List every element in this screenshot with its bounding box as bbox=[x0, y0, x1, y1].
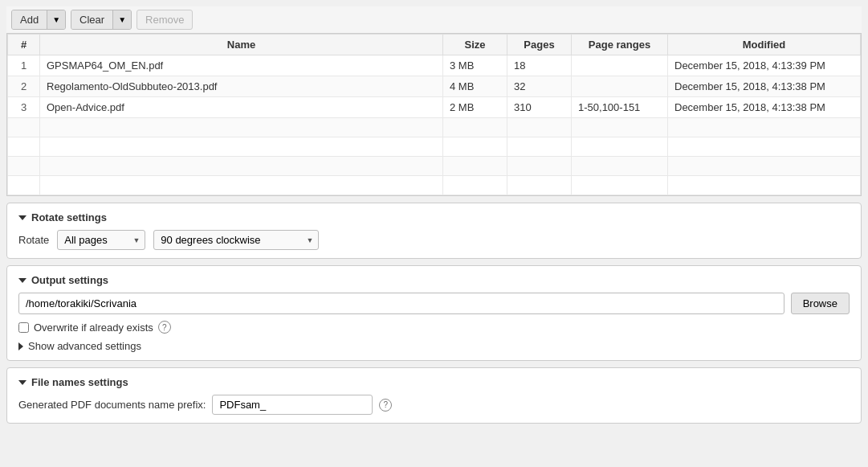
col-header-page-ranges: Page ranges bbox=[572, 35, 668, 55]
clear-button[interactable]: Clear bbox=[71, 10, 112, 29]
table-row-empty bbox=[8, 157, 861, 176]
pages-select[interactable]: All pages Even pages Odd pages bbox=[57, 230, 145, 250]
overwrite-info-icon: ? bbox=[158, 321, 171, 334]
cell-page-ranges bbox=[572, 76, 668, 97]
col-header-modified: Modified bbox=[668, 35, 861, 55]
cell-name: GPSMAP64_OM_EN.pdf bbox=[40, 55, 443, 76]
file-names-settings-header[interactable]: File names settings bbox=[18, 376, 850, 388]
rotate-controls-row: Rotate All pages Even pages Odd pages 90… bbox=[18, 230, 850, 250]
table-row[interactable]: 3 Open-Advice.pdf 2 MB 310 1-50,100-151 … bbox=[8, 97, 861, 118]
col-header-name: Name bbox=[40, 35, 443, 55]
cell-num: 1 bbox=[8, 55, 40, 76]
table-header-row: # Name Size Pages Page ranges Modified bbox=[8, 35, 861, 55]
file-table-container: # Name Size Pages Page ranges Modified 1… bbox=[6, 34, 862, 196]
output-settings-panel: Output settings Browse Overwrite if alre… bbox=[6, 265, 862, 361]
toolbar: Add ▼ Clear ▼ Remove bbox=[6, 6, 862, 34]
clear-button-group[interactable]: Clear ▼ bbox=[71, 10, 132, 30]
overwrite-row: Overwrite if already exists ? bbox=[18, 321, 850, 334]
prefix-input[interactable] bbox=[212, 395, 373, 415]
col-header-size: Size bbox=[443, 35, 507, 55]
table-row-empty bbox=[8, 137, 861, 157]
direction-select-wrapper[interactable]: 90 degrees clockwise 90 degrees counter-… bbox=[153, 230, 319, 250]
output-collapse-icon bbox=[18, 278, 26, 283]
file-names-collapse-icon bbox=[18, 380, 26, 385]
direction-select[interactable]: 90 degrees clockwise 90 degrees counter-… bbox=[153, 230, 319, 250]
advanced-expand-icon bbox=[18, 342, 23, 350]
rotate-label: Rotate bbox=[18, 234, 49, 246]
file-table: # Name Size Pages Page ranges Modified 1… bbox=[7, 34, 861, 195]
add-button-group[interactable]: Add ▼ bbox=[11, 10, 66, 30]
overwrite-checkbox[interactable] bbox=[18, 322, 29, 333]
output-settings-header[interactable]: Output settings bbox=[18, 274, 850, 286]
cell-modified: December 15, 2018, 4:13:38 PM bbox=[668, 97, 861, 118]
rotate-settings-title: Rotate settings bbox=[31, 211, 107, 223]
cell-pages: 18 bbox=[507, 55, 572, 76]
cell-name: Regolamento-OldSubbuteo-2013.pdf bbox=[40, 76, 443, 97]
cell-modified: December 15, 2018, 4:13:38 PM bbox=[668, 76, 861, 97]
cell-size: 2 MB bbox=[443, 97, 507, 118]
prefix-row: Generated PDF documents name prefix: ? bbox=[18, 395, 850, 415]
pages-select-wrapper[interactable]: All pages Even pages Odd pages bbox=[57, 230, 145, 250]
clear-dropdown-arrow[interactable]: ▼ bbox=[112, 10, 131, 29]
cell-name: Open-Advice.pdf bbox=[40, 97, 443, 118]
cell-size: 3 MB bbox=[443, 55, 507, 76]
browse-button[interactable]: Browse bbox=[791, 293, 850, 314]
file-names-settings-panel: File names settings Generated PDF docume… bbox=[6, 367, 862, 424]
show-advanced-label: Show advanced settings bbox=[28, 340, 141, 352]
show-advanced-toggle[interactable]: Show advanced settings bbox=[18, 340, 850, 352]
cell-modified: December 15, 2018, 4:13:39 PM bbox=[668, 55, 861, 76]
table-row-empty bbox=[8, 118, 861, 137]
cell-pages: 310 bbox=[507, 97, 572, 118]
output-path-row: Browse bbox=[18, 293, 850, 314]
rotate-settings-panel: Rotate settings Rotate All pages Even pa… bbox=[6, 203, 862, 259]
file-names-settings-title: File names settings bbox=[31, 376, 128, 388]
cell-num: 3 bbox=[8, 97, 40, 118]
cell-pages: 32 bbox=[507, 76, 572, 97]
output-settings-title: Output settings bbox=[31, 274, 108, 286]
remove-button: Remove bbox=[137, 10, 193, 30]
add-button[interactable]: Add bbox=[12, 10, 47, 29]
col-header-num: # bbox=[8, 35, 40, 55]
cell-size: 4 MB bbox=[443, 76, 507, 97]
cell-page-ranges: 1-50,100-151 bbox=[572, 97, 668, 118]
output-path-input[interactable] bbox=[18, 293, 784, 314]
rotate-settings-header[interactable]: Rotate settings bbox=[18, 211, 850, 223]
add-dropdown-arrow[interactable]: ▼ bbox=[47, 10, 65, 29]
rotate-collapse-icon bbox=[18, 215, 26, 220]
col-header-pages: Pages bbox=[507, 35, 572, 55]
prefix-label: Generated PDF documents name prefix: bbox=[18, 399, 206, 411]
table-row[interactable]: 1 GPSMAP64_OM_EN.pdf 3 MB 18 December 15… bbox=[8, 55, 861, 76]
overwrite-label: Overwrite if already exists bbox=[34, 322, 153, 334]
table-row-empty bbox=[8, 176, 861, 195]
prefix-info-icon: ? bbox=[379, 399, 392, 412]
table-row[interactable]: 2 Regolamento-OldSubbuteo-2013.pdf 4 MB … bbox=[8, 76, 861, 97]
cell-page-ranges bbox=[572, 55, 668, 76]
cell-num: 2 bbox=[8, 76, 40, 97]
